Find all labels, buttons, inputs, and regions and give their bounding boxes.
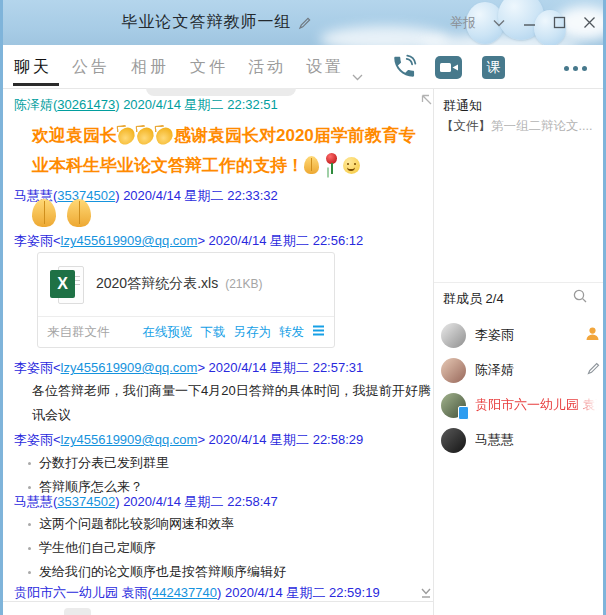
bullet-item: 分数打分表已发到群里 xyxy=(14,451,169,475)
file-card[interactable]: X 2020答辩统分表.xls(21KB) 来自群文件 在线预览 下载 另存为 … xyxy=(37,252,335,348)
sender-id-link[interactable]: 442437740 xyxy=(152,585,217,600)
sender-name: 李姿雨< xyxy=(14,360,61,375)
message-emoji-row xyxy=(32,199,91,228)
message-text-highlight: 欢迎袁园长感谢袁园长对2020届学前教育专业本科生毕业论文答辩工作的支持！ xyxy=(32,121,430,181)
avatar[interactable] xyxy=(441,393,466,418)
voice-call-icon[interactable] xyxy=(391,54,417,84)
notice-tag: 【文件】 xyxy=(441,119,491,133)
forward-link[interactable]: 转发 xyxy=(279,324,304,341)
message-text: 各位答辩老师，我们商量一下4月20日答辩的具体时间，我提前开好腾讯会议 xyxy=(32,379,434,427)
excel-file-icon: X xyxy=(48,263,86,305)
collapse-panel-icon[interactable] xyxy=(420,92,433,110)
sidebar-divider xyxy=(433,88,434,615)
file-menu-icon[interactable] xyxy=(312,325,325,339)
message-sender-line: 马慧慧(35374502) 2020/4/14 星期二 22:58:47 xyxy=(14,493,278,511)
bullet-item: 学生他们自己定顺序 xyxy=(14,536,286,560)
group-title: 毕业论文答辩教师一组 xyxy=(122,12,292,33)
sender-id-link[interactable]: 35374502 xyxy=(57,494,115,509)
titlebar-chevron-down-icon[interactable] xyxy=(492,16,506,30)
message-sender-line: 贵阳市六一幼儿园 袁雨(442437740) 2020/4/14 星期二 22:… xyxy=(14,584,380,602)
member-row[interactable]: 贵阳市六一幼儿园 袁雨 xyxy=(441,392,601,418)
sender-name: 马慧慧( xyxy=(14,494,57,509)
message-sender-line: 李姿雨<lzy455619909@qq.com> 2020/4/14 星期二 2… xyxy=(14,431,363,449)
bullet-item: 这两个问题都比较影响网速和效率 xyxy=(14,512,286,536)
close-button[interactable] xyxy=(582,16,596,30)
message-text: 欢迎袁园长 xyxy=(32,126,117,145)
notice-pill xyxy=(146,88,296,96)
sidebar-section-divider xyxy=(434,282,603,283)
sender-id-link[interactable]: 30261473 xyxy=(57,97,115,112)
group-owner-icon xyxy=(584,325,601,346)
tab-bar: 聊天 公告 相册 文件 活动 设置 课 xyxy=(3,45,603,88)
file-name: 2020答辩统分表.xls(21KB) xyxy=(96,275,263,293)
avatar[interactable] xyxy=(441,428,466,453)
edit-title-icon[interactable] xyxy=(298,16,312,30)
download-link[interactable]: 下载 xyxy=(201,324,226,341)
message-bullet-list: 这两个问题都比较影响网速和效率 学生他们自己定顺序 发给我们的论文顺序也是按答辩… xyxy=(14,512,286,584)
clap-emoji-icon xyxy=(154,126,175,146)
member-name: 李姿雨 xyxy=(475,326,514,344)
member-row[interactable]: 陈泽婧 xyxy=(441,357,601,383)
tabbar-divider xyxy=(3,88,603,89)
input-area-divider xyxy=(3,601,433,602)
message-timestamp: > 2020/4/14 星期二 22:58:29 xyxy=(197,432,363,447)
member-row[interactable]: 李姿雨 xyxy=(441,322,601,348)
report-button[interactable]: 举报 xyxy=(450,14,476,32)
settings-chevron-down-icon[interactable] xyxy=(352,67,363,85)
active-tab-underline xyxy=(13,83,59,86)
avatar[interactable] xyxy=(441,358,466,383)
save-as-link[interactable]: 另存为 xyxy=(234,324,272,341)
mobile-online-badge xyxy=(458,406,469,420)
rose-emoji-icon xyxy=(324,153,339,174)
sender-name: 李姿雨< xyxy=(14,233,61,248)
tab-activities[interactable]: 活动 xyxy=(248,57,286,78)
class-icon[interactable]: 课 xyxy=(482,56,505,79)
file-card-footer: 来自群文件 在线预览 下载 另存为 转发 xyxy=(38,316,334,347)
message-timestamp: ) 2020/4/14 星期二 22:32:51 xyxy=(115,97,278,112)
edit-member-icon[interactable] xyxy=(586,361,601,380)
member-name: 贵阳市六一幼儿园 袁雨 xyxy=(475,396,597,414)
message-sender-line: 李姿雨<lzy455619909@qq.com> 2020/4/14 星期二 2… xyxy=(14,232,363,250)
message-timestamp: ) 2020/4/14 星期二 22:59:19 xyxy=(217,585,380,600)
member-name: 陈泽婧 xyxy=(475,361,514,379)
message-timestamp: > 2020/4/14 星期二 22:56:12 xyxy=(197,233,363,248)
member-row[interactable]: 马慧慧 xyxy=(441,427,601,453)
file-size: (21KB) xyxy=(225,277,262,291)
tab-announcements[interactable]: 公告 xyxy=(72,57,110,78)
clap-emoji-icon xyxy=(135,126,156,146)
more-icon[interactable] xyxy=(564,66,587,71)
file-card-top: X 2020答辩统分表.xls(21KB) xyxy=(38,253,334,316)
message-timestamp: ) 2020/4/14 星期二 22:58:47 xyxy=(115,494,278,509)
member-name: 马慧慧 xyxy=(475,431,514,449)
folded-hands-emoji-icon xyxy=(32,199,56,227)
preview-online-link[interactable]: 在线预览 xyxy=(143,324,193,341)
avatar[interactable] xyxy=(441,323,466,348)
maximize-button[interactable] xyxy=(552,16,566,30)
sender-email-link[interactable]: lzy455619909@qq.com xyxy=(61,360,198,375)
sender-name: 李姿雨< xyxy=(14,432,61,447)
sender-email-link[interactable]: lzy455619909@qq.com xyxy=(61,233,198,248)
search-members-icon[interactable] xyxy=(572,288,588,308)
tab-album[interactable]: 相册 xyxy=(131,57,169,78)
sender-name: 陈泽婧( xyxy=(14,97,57,112)
qq-group-chat-window: 毕业论文答辩教师一组 举报 聊天 公告 相册 文件 活动 xyxy=(0,0,606,615)
sender-name: 贵阳市六一幼儿园 袁雨( xyxy=(14,585,152,600)
tab-chat[interactable]: 聊天 xyxy=(14,57,52,78)
notice-text: 第一组二辩论文.... xyxy=(491,119,592,133)
window-border-left xyxy=(0,0,3,615)
smile-emoji-icon xyxy=(343,157,360,174)
file-source: 来自群文件 xyxy=(47,324,110,341)
message-timestamp: ) 2020/4/14 星期二 22:33:32 xyxy=(115,188,278,203)
message-bullet-list: 分数打分表已发到群里 答辩顺序怎么来？ xyxy=(14,451,169,499)
titlebar: 毕业论文答辩教师一组 举报 xyxy=(0,0,606,45)
tab-settings[interactable]: 设置 xyxy=(306,57,344,78)
sender-email-link[interactable]: lzy455619909@qq.com xyxy=(61,432,198,447)
folded-hands-emoji-icon xyxy=(67,199,91,227)
group-notice-title: 群通知 xyxy=(443,97,482,115)
minimize-button[interactable] xyxy=(522,16,536,30)
message-sender-line: 李姿雨<lzy455619909@qq.com> 2020/4/14 星期二 2… xyxy=(14,359,363,377)
group-notice-item[interactable]: 【文件】第一组二辩论文.... xyxy=(441,118,599,135)
message-timestamp: > 2020/4/14 星期二 22:57:31 xyxy=(197,360,363,375)
video-call-icon[interactable] xyxy=(435,56,462,83)
tab-files[interactable]: 文件 xyxy=(190,57,228,78)
